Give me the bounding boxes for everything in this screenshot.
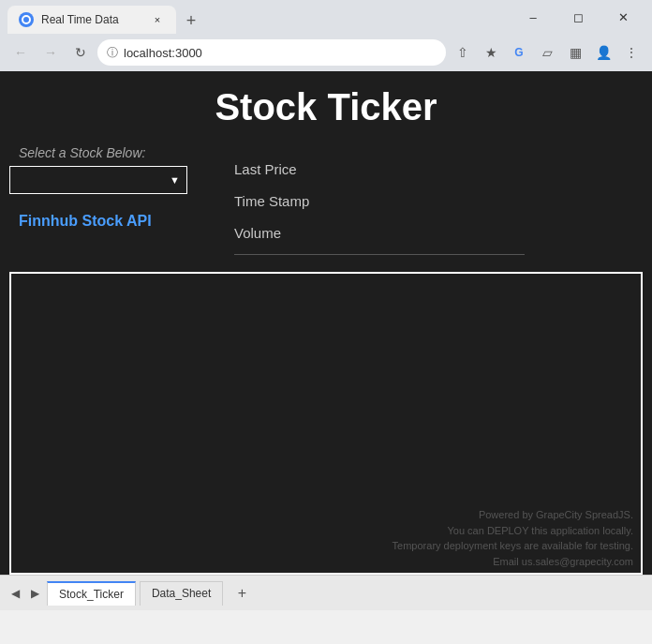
sheet-scroll-left[interactable]: ◀ [7,585,23,602]
title-bar: Real Time Data × + – ◻ ✕ [0,0,652,34]
volume-row: Volume [234,218,633,247]
select-label: Select a Stock Below: [19,145,215,160]
forward-button[interactable]: → [37,39,64,66]
page-title: Stock Ticker [0,71,652,136]
secure-icon: ⓘ [107,45,118,61]
sheet-scroll-right[interactable]: ▶ [27,585,43,602]
reload-button[interactable]: ↻ [67,39,94,66]
browser-tab-active[interactable]: Real Time Data × [7,6,176,34]
powered-by-text: Powered by GrapeCity SpreadJS. You can D… [393,507,633,569]
close-button[interactable]: ✕ [601,3,645,31]
tab-close-button[interactable]: × [150,12,165,27]
divider [234,254,525,255]
minimize-button[interactable]: – [511,3,555,31]
url-bar[interactable]: ⓘ localhost:3000 [97,39,446,66]
last-price-label: Last Price [234,161,328,177]
bottom-tab-bar: ◀ ▶ Stock_Ticker Data_Sheet + [0,575,652,610]
last-price-row: Last Price [234,155,633,183]
sheet-tab-stock-ticker[interactable]: Stock_Ticker [47,581,136,606]
address-bar: ← → ↻ ⓘ localhost:3000 ⇧ ★ G ▱ ▦ 👤 ⋮ [0,34,652,71]
timestamp-label: Time Stamp [234,193,328,209]
volume-label: Volume [234,225,328,241]
menu-icon[interactable]: ⋮ [618,39,645,66]
right-panel: Last Price Time Stamp Volume [234,145,633,259]
back-button[interactable]: ← [7,39,34,66]
share-icon[interactable]: ⇧ [450,39,476,66]
add-sheet-button[interactable]: + [230,582,253,605]
finnhub-link[interactable]: Finnhub Stock API [19,213,215,230]
select-wrapper [9,166,187,194]
url-text: localhost:3000 [124,46,202,60]
window-controls: – ◻ ✕ [511,3,645,31]
tab-title: Real Time Data [41,13,119,26]
profile-icon[interactable]: 👤 [590,39,616,66]
left-panel: Select a Stock Below: Finnhub Stock API [9,145,215,259]
stock-select[interactable] [9,166,187,194]
bookmark-icon[interactable]: ★ [478,39,504,66]
main-area: Select a Stock Below: Finnhub Stock API … [0,136,652,268]
maximize-button[interactable]: ◻ [556,3,600,31]
sheet-tab-data-sheet[interactable]: Data_Sheet [140,581,223,606]
sidebar-icon[interactable]: ▦ [562,39,588,66]
translate-icon[interactable]: G [506,39,532,66]
spreadsheet-container[interactable]: Powered by GrapeCity SpreadJS. You can D… [9,272,643,575]
address-actions: ⇧ ★ G ▱ ▦ 👤 ⋮ [450,39,645,66]
extensions-icon[interactable]: ▱ [534,39,560,66]
tab-bar: Real Time Data × + [7,0,511,34]
tab-favicon [19,12,34,27]
timestamp-row: Time Stamp [234,187,633,215]
page-content: Stock Ticker Select a Stock Below: Finnh… [0,71,652,575]
new-tab-button[interactable]: + [178,7,204,34]
